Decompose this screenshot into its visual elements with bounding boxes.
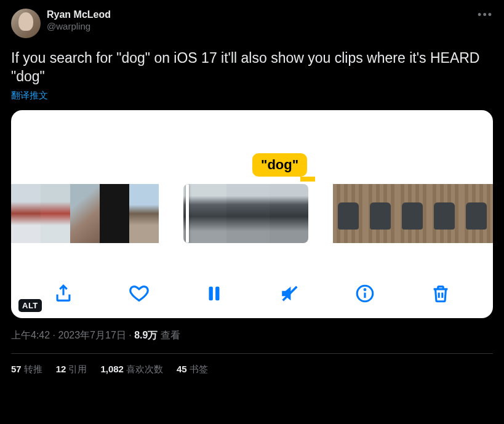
author-handle: @warpling bbox=[47, 21, 111, 33]
views-label: 查看 bbox=[161, 330, 180, 340]
tweet-meta: 上午4:42 · 2023年7月17日 · 8.9万 查看 bbox=[11, 329, 493, 342]
svg-rect-0 bbox=[209, 286, 213, 300]
avatar[interactable] bbox=[11, 9, 41, 38]
svg-rect-1 bbox=[215, 286, 219, 300]
author-display-name: Ryan McLeod bbox=[47, 9, 111, 21]
caption-pointer bbox=[300, 177, 315, 182]
likes-stat[interactable]: 1,082喜欢次数 bbox=[100, 364, 163, 375]
clip-thumbnail bbox=[270, 184, 308, 243]
clip-thumbnail bbox=[100, 184, 129, 243]
clip-thumbnail bbox=[41, 184, 70, 243]
clip-thumbnail bbox=[365, 184, 397, 243]
translate-link[interactable]: 翻译推文 bbox=[11, 90, 493, 102]
media-card[interactable]: "dog" bbox=[11, 110, 493, 318]
media-toolbar bbox=[11, 281, 493, 306]
author-names[interactable]: Ryan McLeod @warpling bbox=[47, 9, 111, 33]
clip-group-3[interactable] bbox=[333, 184, 493, 243]
clip-group-1[interactable] bbox=[11, 184, 159, 243]
trash-icon[interactable] bbox=[428, 281, 453, 306]
views-count: 8.9万 bbox=[134, 330, 158, 340]
tweet-time[interactable]: 上午4:42 bbox=[11, 330, 50, 340]
svg-point-4 bbox=[364, 289, 366, 290]
clip-thumbnail bbox=[429, 184, 461, 243]
info-icon[interactable] bbox=[353, 281, 377, 306]
clip-thumbnail bbox=[226, 184, 270, 243]
clip-thumbnail bbox=[183, 184, 226, 243]
quotes-stat[interactable]: 12引用 bbox=[56, 364, 87, 375]
tweet-container: Ryan McLeod @warpling ••• If you search … bbox=[0, 0, 504, 375]
clip-thumbnail bbox=[70, 184, 100, 243]
clip-thumbnail bbox=[11, 184, 41, 243]
clip-thumbnail bbox=[397, 184, 429, 243]
share-icon[interactable] bbox=[51, 281, 76, 306]
tweet-header: Ryan McLeod @warpling ••• bbox=[11, 9, 493, 38]
video-scrubber-strip[interactable] bbox=[11, 184, 493, 243]
clip-thumbnail bbox=[333, 184, 365, 243]
heart-icon[interactable] bbox=[127, 281, 151, 306]
clip-group-2-active[interactable] bbox=[183, 184, 308, 243]
engagement-row: 57转推 12引用 1,082喜欢次数 45书签 bbox=[11, 354, 493, 375]
tweet-date[interactable]: 2023年7月17日 bbox=[58, 330, 126, 340]
bookmarks-stat[interactable]: 45书签 bbox=[177, 364, 208, 375]
tweet-text: If you search for "dog" on iOS 17 it'll … bbox=[11, 49, 493, 86]
caption-bubble: "dog" bbox=[252, 153, 307, 177]
clip-thumbnail bbox=[129, 184, 159, 243]
pause-icon[interactable] bbox=[202, 281, 226, 306]
playhead-indicator[interactable] bbox=[186, 184, 189, 243]
mute-icon[interactable] bbox=[278, 281, 302, 306]
retweets-stat[interactable]: 57转推 bbox=[11, 364, 42, 375]
more-options-icon[interactable]: ••• bbox=[478, 9, 493, 22]
alt-badge[interactable]: ALT bbox=[18, 299, 42, 312]
clip-thumbnail bbox=[461, 184, 493, 243]
